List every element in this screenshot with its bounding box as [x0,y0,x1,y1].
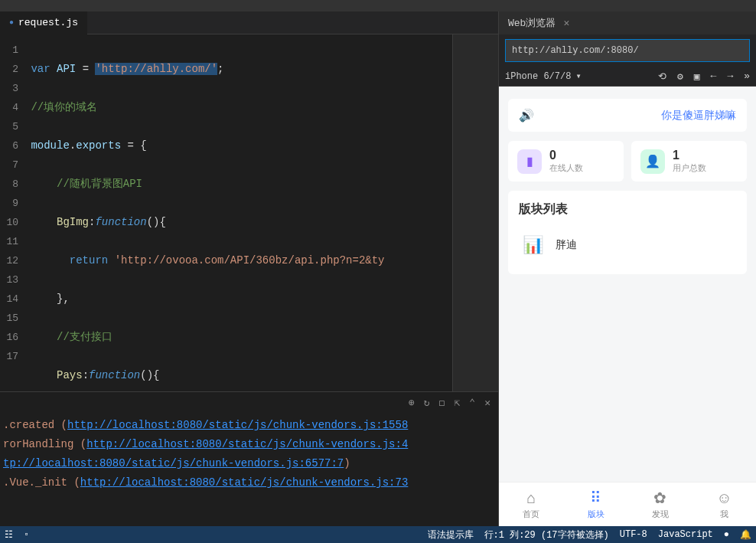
tab-home[interactable]: ⌂ 首页 [523,489,539,520]
code-editor[interactable]: var API = 'http://ahlly.com/'; //填你的域名 m… [24,34,452,391]
section-title: 版块列表 [519,201,736,218]
tab-board[interactable]: ⠿ 版块 [588,489,604,520]
list-item[interactable]: 📊 胖迪 [519,227,736,263]
console-output[interactable]: .created (http://localhost:8080/static/j… [0,413,498,526]
close-icon[interactable]: ✕ [563,17,569,29]
chevron-down-icon: ▾ [575,70,581,82]
tab-me[interactable]: ☺ 我 [716,489,732,520]
top-menu-bar [0,0,756,11]
device-preview: 🔊 你是傻逼胖娣嘛 ▮ 0 在线人数 👤 1 用户总数 [499,87,756,526]
editor-tab-request[interactable]: request.js [0,11,87,34]
cube-icon: ▮ [517,149,542,174]
sound-icon[interactable]: 🔊 [519,108,534,123]
screenshot-icon[interactable]: ▣ [694,70,700,83]
forward-icon[interactable]: → [727,70,733,82]
stat-online[interactable]: ▮ 0 在线人数 [508,141,624,182]
status-bar: ☷ ▫ 语法提示库 行:1 列:29 (17字符被选择) UTF-8 JavaS… [0,526,756,543]
status-icon[interactable]: ☷ [5,529,13,541]
browser-tab: Web浏览器 ✕ [499,11,756,34]
status-language[interactable]: JavaScript [658,529,713,540]
line-gutter: 1234567891011121314151617 [0,34,24,391]
device-selector[interactable]: iPhone 6/7/8▾ [505,70,647,82]
discover-icon: ✿ [653,489,666,507]
editor-tab-bar: request.js [0,11,498,34]
grid-icon: ⠿ [590,489,601,507]
console-collapse-icon[interactable]: ⌃ [469,397,475,409]
console-link[interactable]: tp://localhost:8080/static/js/chunk-vend… [3,457,344,469]
console-bug-icon[interactable]: ⊕ [409,397,415,409]
tab-discover[interactable]: ✿ 发现 [652,489,669,520]
console-refresh-icon[interactable]: ↻ [424,397,430,409]
stat-users[interactable]: 👤 1 用户总数 [631,141,747,182]
preview-message[interactable]: 你是傻逼胖娣嘛 [661,109,736,123]
home-icon: ⌂ [526,489,536,507]
console-link[interactable]: http://localhost:8080/static/js/chunk-ve… [67,419,408,431]
minimap[interactable] [452,34,498,391]
status-dot-icon[interactable]: ● [724,529,729,540]
status-icon[interactable]: ▫ [24,529,29,540]
console-toolbar: ⊕ ↻ ◻ ⇱ ⌃ ✕ [0,391,498,413]
browser-tab-title: Web浏览器 [508,16,556,30]
status-encoding[interactable]: UTF-8 [620,529,647,540]
preview-header: 🔊 你是傻逼胖娣嘛 [508,99,747,132]
app-icon: 📊 [519,231,546,259]
console-link[interactable]: http://localhost:8080/static/js/chunk-ve… [86,438,408,450]
gear-icon[interactable]: ⚙ [677,70,683,83]
back-icon[interactable]: ← [711,70,717,82]
preview-section: 版块列表 📊 胖迪 [508,191,747,274]
preview-tabbar: ⌂ 首页 ⠿ 版块 ✿ 发现 ☺ 我 [499,482,756,526]
status-cursor[interactable]: 行:1 列:29 (17字符被选择) [484,528,609,541]
browser-url-input[interactable]: http://ahlly.com/:8080/ [505,39,750,62]
rotate-icon[interactable]: ⟲ [658,70,666,83]
console-close-icon[interactable]: ✕ [484,397,490,409]
user-icon: 👤 [640,149,665,174]
browser-toolbar: iPhone 6/7/8▾ ⟲ ⚙ ▣ ← → » [499,67,756,87]
profile-icon: ☺ [716,489,732,507]
console-link[interactable]: http://localhost:8080/static/js/chunk-ve… [80,476,408,489]
console-export-icon[interactable]: ⇱ [455,397,461,409]
status-hint[interactable]: 语法提示库 [428,528,474,541]
more-icon[interactable]: » [744,70,750,82]
bell-icon[interactable]: 🔔 [740,529,751,541]
console-stop-icon[interactable]: ◻ [439,397,445,409]
